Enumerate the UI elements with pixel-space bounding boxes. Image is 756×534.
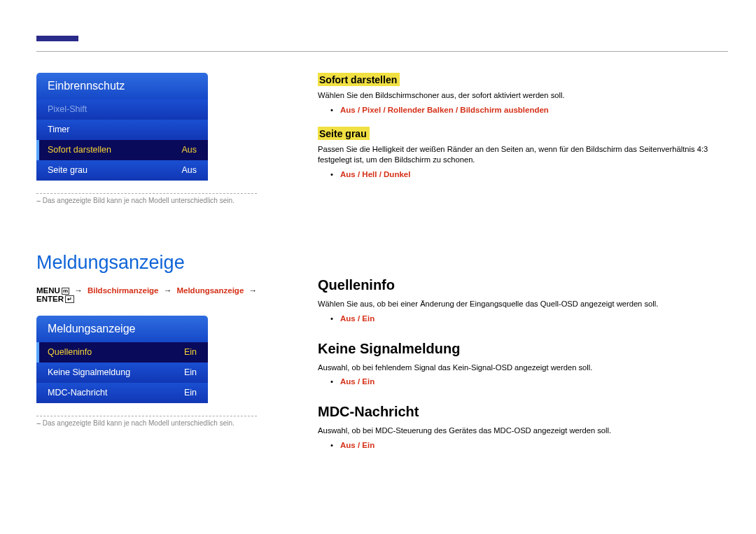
option-value: Ein bbox=[362, 314, 374, 323]
info-block: Keine SignalmeldungAuswahl, ob bei fehle… bbox=[318, 341, 728, 386]
osd-row-value: Ein bbox=[184, 347, 197, 357]
osd-title: Einbrennschutz bbox=[36, 73, 208, 99]
enter-icon: ↵ bbox=[65, 295, 74, 303]
osd-row[interactable]: Sofort darstellenAus bbox=[36, 140, 208, 160]
divider bbox=[36, 193, 257, 194]
desc-text: Passen Sie die Helligkeit der weißen Rän… bbox=[318, 144, 728, 166]
divider bbox=[36, 416, 257, 416]
heading-mdc-nachricht: MDC-Nachricht bbox=[318, 404, 728, 420]
menu-path: MENUm → Bildschirmanzeige → Meldungsanze… bbox=[36, 286, 287, 303]
options-list: Aus / Pixel / Rollender Balken / Bildsch… bbox=[318, 106, 728, 114]
osd-row[interactable]: Timer bbox=[36, 120, 208, 140]
menu-path-menu: MENU bbox=[36, 286, 60, 295]
note-text: Das angezeigte Bild kann je nach Modell … bbox=[36, 419, 287, 427]
option-value: Dunkel bbox=[384, 170, 410, 178]
osd-menu-einbrennschutz: Einbrennschutz Pixel-ShiftTimerSofort da… bbox=[36, 73, 208, 181]
osd-row[interactable]: Seite grauAus bbox=[36, 160, 208, 181]
option-value: Ein bbox=[362, 441, 374, 449]
options-list: Aus / Ein bbox=[318, 377, 728, 386]
option-value: Pixel bbox=[362, 106, 381, 114]
osd-row[interactable]: MDC-NachrichtEin bbox=[36, 383, 208, 403]
option-value: Aus bbox=[340, 377, 356, 386]
osd-row-label: Seite grau bbox=[48, 165, 88, 175]
desc-text: Auswahl, ob bei MDC-Steuerung des Geräte… bbox=[318, 426, 728, 437]
menu-path-enter: ENTER bbox=[36, 295, 64, 303]
osd-row-label: Sofort darstellen bbox=[48, 145, 111, 155]
options-list: Aus / Hell / Dunkel bbox=[318, 170, 728, 178]
option-item: Aus / Pixel / Rollender Balken / Bildsch… bbox=[330, 106, 728, 114]
osd-row-value: Aus bbox=[181, 165, 197, 175]
menu-path-crumb: Meldungsanzeige bbox=[176, 286, 244, 295]
option-value: Rollender Balken bbox=[388, 106, 454, 114]
menu-icon: m bbox=[62, 288, 69, 295]
option-value: Ein bbox=[362, 377, 374, 386]
heading-seite-grau: Seite grau bbox=[318, 127, 370, 140]
option-item: Aus / Hell / Dunkel bbox=[330, 170, 728, 178]
osd-row[interactable]: QuelleninfoEin bbox=[36, 342, 208, 363]
osd-row[interactable]: Pixel-Shift bbox=[36, 99, 208, 120]
option-value: Hell bbox=[362, 170, 377, 178]
osd-menu-meldungsanzeige: Meldungsanzeige QuelleninfoEinKeine Sign… bbox=[36, 316, 208, 403]
option-value: Aus bbox=[340, 314, 356, 323]
osd-row-label: Pixel-Shift bbox=[48, 104, 87, 114]
osd-row-label: Timer bbox=[48, 125, 69, 134]
option-value: Aus bbox=[340, 170, 356, 178]
desc-text: Auswahl, ob bei fehlendem Signal das Kei… bbox=[318, 363, 728, 374]
option-value: Aus bbox=[340, 441, 356, 449]
options-list: Aus / Ein bbox=[318, 441, 728, 449]
heading-quelleninfo: Quelleninfo bbox=[318, 277, 728, 293]
osd-row-label: Quelleninfo bbox=[48, 347, 92, 357]
section-heading-meldungsanzeige: Meldungsanzeige bbox=[36, 252, 287, 274]
osd-row-label: Keine Signalmeldung bbox=[48, 367, 130, 377]
desc-text: Wählen Sie den Bildschirmschoner aus, de… bbox=[318, 90, 728, 101]
option-item: Aus / Ein bbox=[330, 314, 728, 323]
desc-text: Wählen Sie aus, ob bei einer Änderung de… bbox=[318, 299, 728, 310]
option-value: Bildschirm ausblenden bbox=[460, 106, 549, 114]
osd-row-value: Aus bbox=[181, 145, 197, 155]
osd-title: Meldungsanzeige bbox=[36, 316, 208, 342]
option-item: Aus / Ein bbox=[330, 441, 728, 449]
osd-row-label: MDC-Nachricht bbox=[48, 388, 107, 398]
note-text: Das angezeigte Bild kann je nach Modell … bbox=[36, 197, 287, 204]
option-item: Aus / Ein bbox=[330, 377, 728, 386]
menu-path-crumb: Bildschirmanzeige bbox=[88, 286, 159, 295]
left-column: Einbrennschutz Pixel-ShiftTimerSofort da… bbox=[36, 73, 302, 468]
heading-keine-signalmeldung: Keine Signalmeldung bbox=[318, 341, 728, 357]
header-accent bbox=[36, 36, 78, 41]
info-block: QuelleninfoWählen Sie aus, ob bei einer … bbox=[318, 277, 728, 323]
options-list: Aus / Ein bbox=[318, 314, 728, 323]
osd-row[interactable]: Keine SignalmeldungEin bbox=[36, 363, 208, 383]
option-value: Aus bbox=[340, 106, 356, 114]
header-rule bbox=[36, 51, 728, 52]
osd-row-value: Ein bbox=[184, 367, 197, 377]
osd-row-value: Ein bbox=[184, 388, 197, 398]
info-block: MDC-NachrichtAuswahl, ob bei MDC-Steueru… bbox=[318, 404, 728, 449]
heading-sofort-darstellen: Sofort darstellen bbox=[318, 73, 400, 86]
right-column: Sofort darstellen Wählen Sie den Bildsch… bbox=[302, 73, 728, 468]
